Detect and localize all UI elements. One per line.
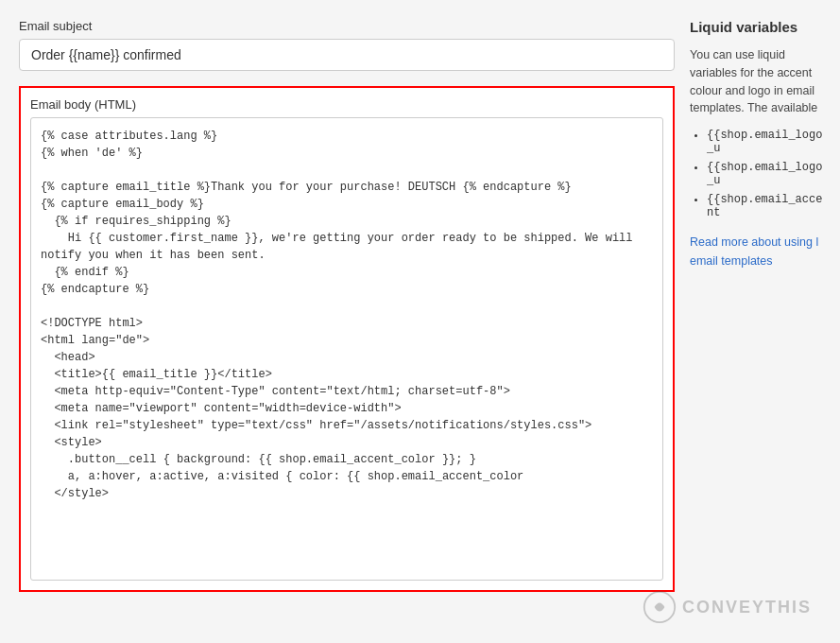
email-body-label: Email body (HTML) xyxy=(30,97,663,112)
sidebar: Liquid variables You can use liquid vari… xyxy=(675,19,840,643)
read-more-link[interactable]: Read more about using l email templates xyxy=(690,235,818,268)
email-subject-label: Email subject xyxy=(19,19,675,33)
list-item: {{shop.email_logo_u xyxy=(707,129,825,155)
email-subject-input[interactable] xyxy=(19,39,675,71)
list-item: {{shop.email_accent xyxy=(707,193,825,219)
conveythis-logo-icon xyxy=(643,590,677,624)
conveythis-text: CONVEYTHIS xyxy=(682,598,812,617)
sidebar-title: Liquid variables xyxy=(690,19,825,35)
sidebar-description: You can use liquid variables for the acc… xyxy=(690,46,825,117)
sidebar-variables-list: {{shop.email_logo_u {{shop.email_logo_u … xyxy=(690,129,825,219)
email-body-textarea[interactable]: {% case attributes.lang %} {% when 'de' … xyxy=(30,117,663,581)
list-item: {{shop.email_logo_u xyxy=(707,161,825,187)
read-more-text: Read more about using l email templates xyxy=(690,235,818,268)
email-subject-group: Email subject xyxy=(19,19,675,71)
watermark: CONVEYTHIS xyxy=(643,590,812,624)
email-body-group: Email body (HTML) {% case attributes.lan… xyxy=(19,86,675,592)
